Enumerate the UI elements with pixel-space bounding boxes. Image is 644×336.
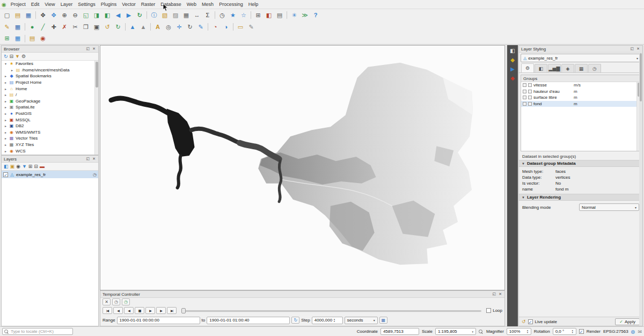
vector-toggle-icon[interactable] bbox=[528, 90, 532, 93]
zoom-in-button[interactable]: ⊕ bbox=[59, 10, 70, 20]
blending-mode-combo[interactable]: Normal ▾ bbox=[579, 203, 639, 211]
mesh-contours-icon[interactable]: ◆ bbox=[510, 57, 515, 63]
contour-toggle-icon[interactable] bbox=[523, 102, 526, 106]
temporal-slider[interactable] bbox=[181, 307, 481, 314]
zoom-out-button[interactable]: ⊖ bbox=[70, 10, 80, 20]
spinner-icon[interactable]: ▲▼ bbox=[526, 330, 529, 334]
add-line-feature-button[interactable]: ╱ bbox=[38, 22, 48, 32]
expander-icon[interactable]: ▸ bbox=[4, 136, 8, 140]
menu-item[interactable]: Help bbox=[246, 1, 261, 8]
render-checkbox[interactable]: ✓ bbox=[579, 329, 584, 334]
expander-icon[interactable]: ▸ bbox=[4, 143, 8, 147]
skip-to-end-button[interactable]: ▶| bbox=[167, 307, 177, 314]
identify-features-button[interactable]: ⓘ bbox=[149, 10, 159, 20]
save-project-button[interactable]: ▦ bbox=[23, 10, 34, 20]
fixed-range-button[interactable]: ◷ bbox=[112, 298, 120, 305]
expander-icon[interactable]: ▸ bbox=[10, 68, 14, 72]
diagram-move-button[interactable]: ◑ bbox=[221, 22, 231, 32]
browser-properties-button[interactable]: ⚙ bbox=[21, 54, 26, 59]
tab-attribute-table[interactable]: ▦ bbox=[575, 64, 588, 72]
label-properties-button[interactable]: ✎ bbox=[195, 22, 206, 32]
menu-item[interactable]: View bbox=[42, 1, 57, 8]
play-forward-button[interactable]: ▶ bbox=[145, 307, 155, 314]
zoom-last-button[interactable]: ◀ bbox=[113, 10, 123, 20]
dataset-group-row[interactable]: fond m bbox=[521, 101, 640, 107]
layer-visibility-checkbox[interactable]: ✓ bbox=[3, 172, 8, 177]
style-undo-icon[interactable]: ↺ bbox=[522, 319, 526, 324]
delete-selected-button[interactable]: ✗ bbox=[59, 22, 70, 32]
browser-item[interactable]: ▸ ● PostGIS bbox=[2, 111, 98, 117]
expander-icon[interactable]: ▸ bbox=[4, 99, 8, 103]
help-button[interactable]: ? bbox=[310, 10, 321, 20]
annotation-button[interactable]: ✎ bbox=[246, 22, 257, 32]
menu-item[interactable]: Edit bbox=[28, 1, 42, 8]
styling-layer-combo[interactable]: ◬ example_res_fr ▾ bbox=[521, 54, 641, 62]
menu-item[interactable]: Processing bbox=[216, 1, 246, 8]
new-map-view-button[interactable]: ⊞ bbox=[253, 10, 264, 20]
contour-toggle-icon[interactable] bbox=[523, 83, 526, 87]
tab-3d-view[interactable]: ◈ bbox=[561, 64, 574, 72]
spinner-icon[interactable]: ▲▼ bbox=[572, 330, 574, 334]
zoom-next-button[interactable]: ▶ bbox=[123, 10, 134, 20]
magnifier-input[interactable]: 100% ▲▼ bbox=[507, 328, 531, 335]
label-move-button[interactable]: ✛ bbox=[174, 22, 185, 32]
refresh-browser-button[interactable]: ↻ bbox=[4, 54, 8, 59]
new-bookmark-button[interactable]: ★ bbox=[228, 10, 238, 20]
filter-browser-button[interactable]: ▼ bbox=[15, 54, 20, 59]
add-group-button[interactable]: ▣ bbox=[10, 164, 15, 169]
browser-item[interactable]: ▸ ◉ WMS/WMTS bbox=[2, 129, 98, 136]
undock-icon[interactable]: ◱ bbox=[86, 47, 91, 51]
step-back-button[interactable]: ◀ bbox=[113, 307, 123, 314]
zoom-to-layer-button[interactable]: ◧ bbox=[102, 10, 113, 20]
expander-icon[interactable]: ▸ bbox=[4, 118, 8, 122]
browser-scrollbar[interactable] bbox=[94, 61, 98, 155]
manage-map-themes-button[interactable]: ◉ bbox=[16, 164, 20, 169]
browser-item[interactable]: ▾ ★ Favorites bbox=[2, 61, 98, 67]
label-rotate-button[interactable]: ↻ bbox=[185, 22, 195, 32]
menu-item[interactable]: Project bbox=[8, 1, 28, 8]
layer-labeling-button[interactable]: A bbox=[152, 22, 163, 32]
map-tips-button[interactable]: ▭ bbox=[235, 22, 246, 32]
expander-icon[interactable]: ▸ bbox=[4, 130, 8, 134]
animated-navigation-button[interactable]: ◷ bbox=[122, 298, 130, 305]
vector-toggle-icon[interactable] bbox=[528, 96, 532, 99]
map-canvas[interactable] bbox=[100, 45, 505, 290]
pan-to-selection-button[interactable]: ✥ bbox=[48, 10, 59, 20]
undock-icon[interactable]: ◱ bbox=[86, 157, 91, 161]
undock-icon[interactable]: ◱ bbox=[630, 47, 635, 51]
close-icon[interactable]: ✕ bbox=[498, 292, 502, 296]
collapse-all-button[interactable]: ⊟ bbox=[34, 164, 38, 169]
styling-scrollbar[interactable] bbox=[639, 46, 642, 326]
spinner-icon[interactable]: ▲▼ bbox=[333, 318, 335, 323]
python-console-button[interactable]: ≫ bbox=[299, 10, 310, 20]
measure-line-button[interactable]: ↔ bbox=[192, 10, 202, 20]
collapse-all-button[interactable]: ⊟ bbox=[10, 54, 14, 59]
expander-icon[interactable]: ▸ bbox=[4, 74, 8, 78]
browser-item[interactable]: ▸ ▦ XYZ Tiles bbox=[2, 142, 98, 148]
browser-item[interactable]: ▸ ▤ /home/vincent/meshData bbox=[2, 67, 98, 74]
new-project-button[interactable]: ▢ bbox=[2, 10, 12, 20]
tab-history[interactable]: ◷ bbox=[588, 64, 601, 72]
apply-button[interactable]: ✓ Apply bbox=[615, 318, 640, 325]
remove-layer-button[interactable]: ▬ bbox=[40, 164, 45, 169]
add-point-feature-button[interactable]: ● bbox=[27, 22, 38, 32]
expander-icon[interactable]: ▸ bbox=[4, 81, 8, 84]
step-input[interactable]: 4000,000▲▼ bbox=[312, 317, 343, 324]
filter-legend-button[interactable]: ▼ bbox=[22, 164, 27, 169]
toggle-editing-button[interactable]: ✎ bbox=[2, 22, 12, 32]
skip-to-start-button[interactable]: |◀ bbox=[103, 307, 112, 314]
browser-item[interactable]: ▸ ▦ Vector Tiles bbox=[2, 135, 98, 142]
label-show-hide-button[interactable]: ◎ bbox=[163, 22, 174, 32]
undock-icon[interactable]: ◱ bbox=[492, 292, 497, 296]
refresh-range-button[interactable]: ↻ bbox=[291, 317, 299, 324]
locator-input[interactable]: Type to locate (Ctrl+K) bbox=[2, 328, 73, 335]
menu-item[interactable]: Raster bbox=[138, 1, 158, 8]
export-animation-button[interactable]: ▦ bbox=[379, 317, 387, 324]
expander-icon[interactable]: ▸ bbox=[4, 87, 8, 91]
loop-checkbox[interactable] bbox=[486, 308, 491, 313]
expander-icon[interactable]: ▸ bbox=[4, 93, 8, 97]
zoom-to-selection-button[interactable]: ◨ bbox=[91, 10, 102, 20]
paste-features-button[interactable]: ▣ bbox=[91, 22, 102, 32]
expand-all-button[interactable]: ⊞ bbox=[28, 164, 33, 169]
dataset-group-row[interactable]: hauteur d'eau m bbox=[521, 89, 640, 95]
